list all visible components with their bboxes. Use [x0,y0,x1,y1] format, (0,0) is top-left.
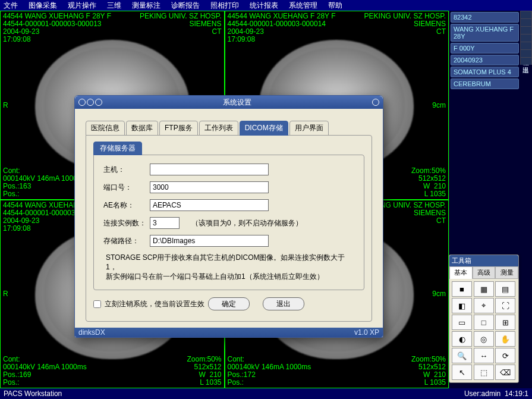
fit-icon[interactable]: ⛶ [495,298,515,313]
overlay-tl: 44544 WANG XUEHANG F 28Y F 44544-000001-… [3,12,111,43]
tab-ui[interactable]: 用户界面 [289,121,329,136]
vtab-exit[interactable]: 退出 [520,57,532,65]
rect1-icon[interactable]: ▭ [452,315,472,330]
tool-grid: ■ ▦ ▤ ◧ ⌖ ⛶ ▭ □ ⊞ ◐ ◎ ✋ 🔍 ↔ ⟳ ↖ ⬚ ⌫ [449,279,518,382]
label-port: 端口号： [103,183,150,193]
overlay-scale: 9cm [432,101,446,109]
vtab-view[interactable]: 观片 [520,26,532,34]
overlay-tl: 44544 WANG XUEHANG F 28Y F 44544-000001-… [228,12,336,43]
patient-name[interactable]: WANG XUEHANG F 28Y [451,24,519,42]
label-ae: AE名称： [103,200,150,211]
dialog-titlebar[interactable]: 系统设置 [75,96,383,109]
toolbox: 工具箱 基本 高级 测量 ■ ▦ ▤ ◧ ⌖ ⛶ ▭ □ ⊞ ◐ ◎ ✋ 🔍 ↔… [449,255,519,383]
patient-sex[interactable]: F 000Y [451,43,519,54]
tab-hospital[interactable]: 医院信息 [86,121,125,136]
menu-3d[interactable]: 三维 [107,1,121,11]
vtab-3d[interactable]: 三维 [520,34,532,42]
status-user: User:admin [464,389,500,398]
ok-button[interactable]: 确定 [208,297,250,310]
layout-4-icon[interactable]: ◧ [452,298,472,313]
layout-3-icon[interactable]: ▤ [495,281,515,297]
host-input[interactable] [150,164,269,175]
port-input[interactable] [150,181,269,193]
tab-dicom-storage[interactable]: DICOM存储 [240,121,288,136]
overlay-br: Zoom:50% 512x512 W 210 L 1035 [411,167,446,198]
select-icon[interactable]: ⬚ [474,365,494,380]
dialog-title: 系统设置 [102,98,372,108]
logout-checkbox[interactable] [93,300,101,308]
status-left: PACS Workstation [4,389,62,398]
overlay-scale: 9cm [432,290,446,298]
menu-help[interactable]: 帮助 [328,1,342,11]
overlay-tr: PEKING UNIV. SZ HOSP. SIEMENS CT [140,12,221,36]
layout-1-icon[interactable]: ■ [452,281,472,297]
pointer-icon[interactable]: ↖ [452,365,472,380]
toolbox-tab-basic[interactable]: 基本 [449,266,473,279]
settings-dialog: 系统设置 医院信息 数据库 FTP服务 工作列表 DICOM存储 用户界面 存储… [74,95,383,338]
overlay-br: Zoom:50% 512x512 W 210 L 1035 [187,356,221,387]
instances-note: （该项目为0，则不启动存储服务） [191,218,303,228]
patient-date[interactable]: 20040923 [451,55,519,65]
grid-icon[interactable]: ⊞ [495,315,515,330]
dialog-footer-r: v1.0 XP [354,328,379,337]
dialog-footer-l: dinksDX [78,328,105,337]
rect2-icon[interactable]: □ [474,315,494,330]
overlay-R: R [3,101,8,109]
toolbox-tab-measure[interactable]: 测量 [495,266,518,279]
delete-icon[interactable]: ⌫ [495,365,515,380]
cancel-button[interactable]: 退出 [263,297,304,310]
menu-report[interactable]: 诊断报告 [171,1,200,11]
overlay-bl: Cont: 000140kV 146mA 1000ms Pos.:172 Pos… [228,356,311,387]
minimize-icon[interactable] [78,99,86,106]
target-icon[interactable]: ◎ [474,331,494,347]
menu-print[interactable]: 照相打印 [210,1,239,11]
menu-view[interactable]: 观片操作 [68,1,96,11]
vtab-acquire[interactable]: 采集 [520,18,532,26]
vtab-patient[interactable]: 病人 [520,11,532,18]
label-host: 主机： [103,165,150,175]
main-menu: 文件 图像采集 观片操作 三维 测量标注 诊断报告 照相打印 统计报表 系统管理… [0,0,532,11]
patient-modality[interactable]: SOMATOM PLUS 4 [451,67,519,77]
overlay-R: R [3,290,8,298]
instances-input[interactable] [150,217,180,229]
tab-ftp[interactable]: FTP服务 [159,121,198,136]
menu-measure[interactable]: 测量标注 [132,1,160,11]
menu-file[interactable]: 文件 [4,1,18,11]
logout-label: 立刻注销系统，使当前设置生效 [105,299,204,309]
sidebar-tabs: 病人 采集 观片 三维 报告 照相 退出 [520,11,532,388]
status-bar: PACS Workstation User:admin 14:19:1 [0,388,532,399]
tab-worklist[interactable]: 工作列表 [199,121,238,136]
vtab-report[interactable]: 报告 [520,42,532,49]
menu-system[interactable]: 系统管理 [289,1,317,11]
toolbox-tab-adv[interactable]: 高级 [473,266,496,279]
tab-database[interactable]: 数据库 [126,121,158,136]
zoom-icon[interactable]: 🔍 [452,348,472,363]
overlay-br: Zoom:50% 512x512 W 210 L 1035 [411,356,446,387]
menu-acquire[interactable]: 图像采集 [29,1,57,11]
maximize-icon[interactable] [87,99,94,106]
layout-2-icon[interactable]: ▦ [474,281,494,297]
overlay-tr: PEKING UNIV. SZ HOSP. SIEMENS CT [364,12,446,36]
ae-input[interactable] [150,199,269,211]
pan-icon[interactable]: ✋ [495,331,515,347]
flip-icon[interactable]: ↔ [474,348,494,363]
overlay-bl: Cont: 000140kV 146mA 1000ms Pos.:169 Pos… [3,356,87,387]
path-input[interactable] [150,235,269,247]
menu-stats[interactable]: 统计报表 [250,1,278,11]
status-time: 14:19:1 [505,389,528,398]
patient-id[interactable]: 82342 [451,12,519,23]
subtab-storage-server[interactable]: 存储服务器 [93,142,142,155]
rotate-icon[interactable]: ⟳ [495,348,515,363]
vtab-print[interactable]: 照相 [520,49,532,57]
storage-note: STORAGE SCP用于接收来自其它主机的DICOM图像。如果连接实例数大于1… [103,253,354,281]
patient-body[interactable]: CEREBRUM [451,78,519,89]
restore-icon[interactable] [95,99,102,106]
label-instances: 连接实例数： [103,218,150,228]
crosshair-icon[interactable]: ⌖ [474,298,494,313]
invert-icon[interactable]: ◐ [452,331,472,347]
label-path: 存储路径： [103,236,150,246]
toolbox-title: 工具箱 [449,255,518,266]
close-icon[interactable] [372,99,379,106]
